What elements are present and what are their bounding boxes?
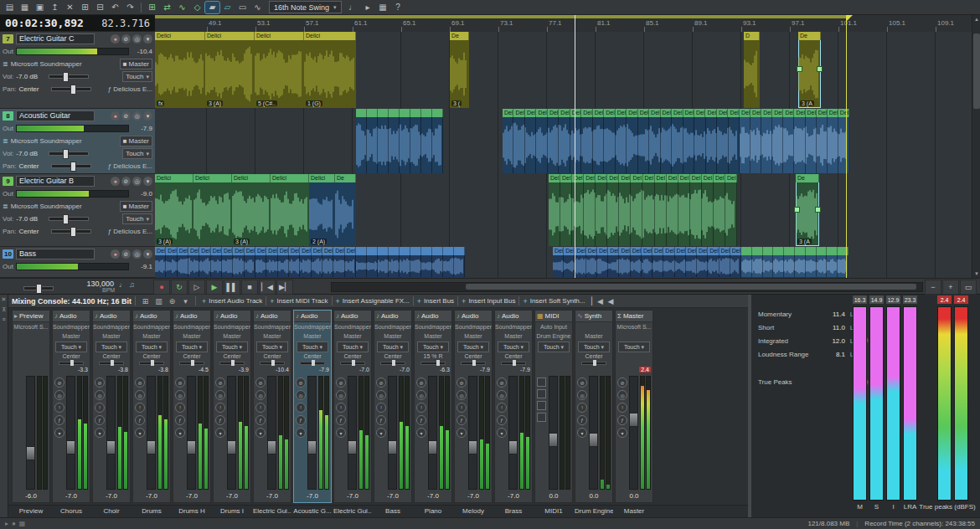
channel-menu-icon[interactable]: ▾	[95, 428, 105, 438]
automation-mode-button[interactable]: Touch▾	[417, 342, 449, 352]
channel-mute-icon[interactable]: ⊘	[255, 377, 266, 388]
volume-fader[interactable]	[468, 376, 477, 490]
pan-control[interactable]: Center	[575, 353, 612, 367]
channel-invert-icon[interactable]: !	[617, 403, 627, 413]
pan-slider[interactable]	[51, 164, 91, 168]
fader-thumb[interactable]	[106, 440, 116, 455]
volume-fader[interactable]	[388, 376, 397, 490]
save-project-icon[interactable]: ▣	[33, 2, 47, 13]
track-mute-icon[interactable]: ⊘	[121, 111, 131, 121]
channel-solo-icon[interactable]: ◎	[376, 390, 386, 400]
insert-button[interactable]: +Insert Input Bus	[459, 295, 518, 306]
mixer-strip-name[interactable]: Acoustic G...	[293, 507, 332, 515]
audio-clip[interactable]: DeliciDeliciDeliciDeliciDeliciDeliciDeli…	[155, 247, 255, 277]
cut-icon[interactable]: ✕	[63, 2, 77, 13]
audio-clip[interactable]: Delici	[271, 174, 309, 246]
channel-invert-icon[interactable]: !	[497, 403, 507, 413]
mixer-menu-icon[interactable]: ▾	[179, 295, 192, 306]
fader-thumb[interactable]	[589, 433, 598, 447]
volume-fader[interactable]	[348, 376, 357, 490]
go-to-end-button[interactable]: ▶▏	[276, 280, 293, 295]
mixer-strip-name[interactable]: Drums I	[213, 507, 251, 515]
mixer-strip[interactable]: ♪AudioSoundmapperMasterTouch▾Center-7.9⊘…	[454, 310, 493, 503]
channel-invert-icon[interactable]: !	[416, 403, 426, 413]
mixer-strip-name[interactable]: Piano	[414, 507, 452, 515]
fader-thumb[interactable]	[388, 440, 397, 455]
channel-solo-icon[interactable]: ◎	[255, 390, 266, 400]
mixer-strip[interactable]: ♪AudioSoundmapperMasterTouch▾Center-3.9⊘…	[213, 310, 251, 503]
channel-invert-icon[interactable]: !	[54, 403, 64, 413]
dock-menu-icon[interactable]: ≡	[2, 316, 5, 322]
volume-fader[interactable]	[66, 376, 75, 490]
volume-fader[interactable]	[26, 376, 35, 490]
track-name-field[interactable]: Electric Guitar C	[16, 33, 95, 44]
scroll-up-icon[interactable]: ▲	[972, 15, 980, 23]
mixer-strip-name[interactable]: Brass	[494, 507, 533, 515]
loop-end-marker[interactable]	[846, 15, 847, 278]
pan-thumb[interactable]	[231, 360, 235, 366]
channel-fx-icon[interactable]: ƒ	[135, 415, 145, 425]
mixer-strip[interactable]: ♪AudioSoundmapperMasterTouch▾Center-7.9⊘…	[494, 310, 533, 503]
audio-clip[interactable]: De3 (A	[798, 32, 821, 108]
fader-thumb[interactable]	[66, 440, 75, 455]
playhead-cursor[interactable]	[575, 15, 575, 278]
channel-menu-icon[interactable]: ▾	[617, 428, 627, 438]
snapping-icon[interactable]: ⊞	[145, 2, 159, 13]
channel-solo-icon[interactable]: ◎	[296, 390, 306, 400]
pan-control[interactable]: Center	[294, 353, 331, 367]
go-to-start-button[interactable]: ▏◀	[259, 280, 276, 295]
volume-slider[interactable]	[49, 152, 89, 156]
mixer-strip-name[interactable]: Master	[615, 507, 653, 515]
mixer-strip-name[interactable]: Chorus	[52, 507, 90, 515]
automation-mode-button[interactable]: Touch▾	[618, 342, 650, 352]
stop-button[interactable]: ■	[241, 280, 258, 295]
channel-fx-icon[interactable]: ƒ	[296, 415, 306, 425]
pan-thumb[interactable]	[151, 360, 154, 366]
audio-clip[interactable]	[356, 247, 465, 277]
track-header[interactable]: 10Bass●⊘◎▾Out-9.1	[0, 247, 155, 278]
mixer-strip-name[interactable]: Drum Engine	[575, 507, 613, 515]
channel-menu-icon[interactable]: ▾	[376, 428, 386, 438]
audio-clip[interactable]: Delici5 (C#..	[255, 32, 304, 108]
automation-mode-button[interactable]: Touch▾	[256, 342, 288, 352]
scrollbar-thumb[interactable]	[973, 33, 980, 109]
mixer-strip[interactable]: ▦MIDIAuto InputDrum EngineTouch▾0.0	[534, 310, 573, 503]
pan-thumb[interactable]	[312, 360, 315, 366]
track-solo-icon[interactable]: ◎	[132, 34, 142, 44]
pan-control[interactable]: Center	[254, 353, 291, 367]
automation-mode-button[interactable]: Touch▾	[55, 342, 87, 352]
channel-solo-icon[interactable]: ◎	[175, 390, 185, 400]
audio-clip[interactable]: De3 (	[450, 32, 469, 108]
channel-fx-icon[interactable]: ƒ	[336, 415, 346, 425]
swing-selector[interactable]: 16th Note Swing ▾	[269, 1, 342, 13]
automation-mode-button[interactable]: Touch▾	[578, 342, 610, 352]
insert-button[interactable]: +Insert Assignable FX...	[333, 295, 412, 306]
track-menu-icon[interactable]: ▾	[143, 249, 152, 259]
track-arm-icon[interactable]: ●	[111, 249, 120, 259]
redo-icon[interactable]: ↷	[123, 2, 137, 13]
draw-tool-icon[interactable]: ▱	[220, 2, 235, 13]
mixer-strip[interactable]: ∿SynthMasterTouch▾Center⊘◎!ƒ▾0.0	[575, 310, 613, 503]
play-from-start-button[interactable]: ▷	[188, 280, 205, 295]
pan-control[interactable]: Center	[93, 353, 130, 367]
pan-thumb[interactable]	[472, 360, 476, 366]
mixer-settings-icon[interactable]: ⊛	[166, 295, 178, 306]
pan-control[interactable]: 15 % R	[415, 353, 451, 367]
automation-mode-button[interactable]: Touch▾	[377, 342, 409, 352]
volume-fader[interactable]	[187, 376, 196, 490]
zoom-fit-icon[interactable]: ▭	[960, 280, 977, 295]
metronome-icon[interactable]: ♩	[346, 2, 360, 13]
undo-icon[interactable]: ↶	[108, 2, 122, 13]
channel-solo-icon[interactable]: ◎	[95, 390, 105, 400]
mixer-strip-name[interactable]: Drums	[132, 507, 171, 515]
chopper-icon[interactable]: ▦	[376, 2, 390, 13]
mixer-strip[interactable]: ♪AudioSoundmapperMasterTouch▾15 % R-6.3⊘…	[414, 310, 452, 503]
channel-fx-icon[interactable]: ƒ	[376, 415, 386, 425]
channel-invert-icon[interactable]: !	[296, 403, 306, 413]
render-as-icon[interactable]: ↥	[48, 2, 62, 13]
mixer-strip-name[interactable]: Preview	[12, 507, 50, 515]
volume-slider[interactable]	[49, 74, 89, 79]
volume-fader[interactable]	[428, 376, 437, 490]
pan-control[interactable]: Center	[374, 353, 411, 367]
track-lane[interactable]: Delici3 (A)DeliciDelici3 (A)DeliciDelici…	[155, 174, 972, 248]
